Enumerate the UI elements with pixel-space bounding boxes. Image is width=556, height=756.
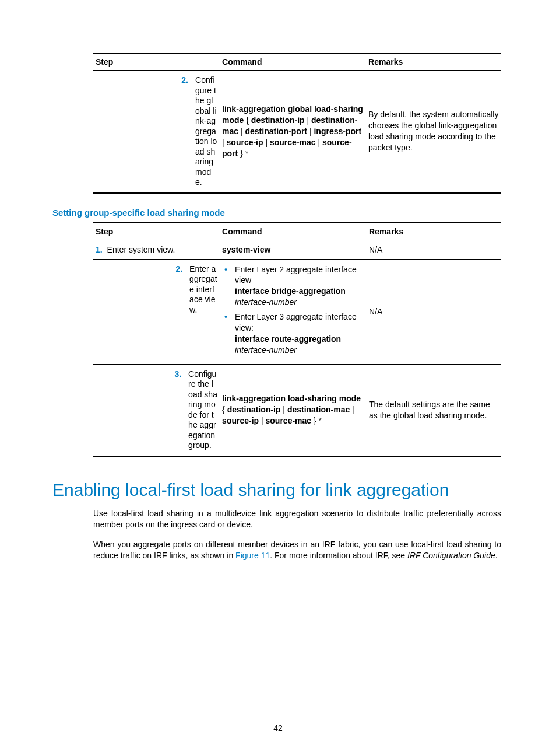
list-item: Enter Layer 3 aggregate interface view: …: [235, 312, 364, 356]
section-heading: Enabling local-first load sharing for li…: [52, 480, 504, 500]
col-header-command: Command: [220, 223, 367, 240]
col-header-remarks: Remarks: [367, 223, 501, 240]
figure-link[interactable]: Figure 11: [235, 551, 270, 560]
step-number: 2.: [181, 75, 188, 85]
table-global-load-sharing: Step Command Remarks 2. Configure the gl…: [93, 52, 501, 194]
table-row: 2. Configure the global link-aggregation…: [93, 71, 501, 193]
table-row: 1. Enter system view. system-view N/A: [93, 240, 501, 259]
step-number: 3.: [174, 369, 181, 379]
page: Step Command Remarks 2. Configure the gl…: [0, 0, 556, 756]
cmd-text: system-view: [222, 245, 270, 254]
page-number: 42: [0, 723, 556, 733]
step-label: Configure the load sharing mode for the …: [188, 369, 217, 451]
table-row: 2. Enter aggregate interface view. Enter…: [93, 259, 501, 364]
table-row: 3. Configure the load sharing mode for t…: [93, 364, 501, 456]
step-number: 1.: [96, 245, 103, 254]
remarks-text: By default, the system automatically cho…: [366, 71, 501, 193]
subheading-group-specific: Setting group-specific load sharing mode: [52, 208, 504, 218]
remarks-text: N/A: [367, 240, 501, 259]
col-header-command: Command: [220, 53, 366, 71]
col-header-step: Step: [93, 53, 220, 71]
step-label: Enter system view.: [107, 245, 175, 254]
step-number: 2.: [175, 264, 182, 274]
bullet-list: Enter Layer 2 aggregate interface view i…: [222, 264, 364, 356]
step-label: Configure the global link-aggregation lo…: [195, 75, 217, 188]
paragraph: Use local-first load sharing in a multid…: [93, 508, 501, 531]
table-group-load-sharing: Step Command Remarks 1. Enter system vie…: [93, 222, 501, 457]
col-header-remarks: Remarks: [366, 53, 501, 71]
col-header-step: Step: [93, 223, 220, 240]
remarks-text: The default settings are the same as the…: [367, 364, 501, 456]
list-item: Enter Layer 2 aggregate interface view i…: [235, 264, 364, 309]
paragraph: When you aggregate ports on different me…: [93, 539, 501, 562]
remarks-text: N/A: [367, 259, 501, 364]
step-label: Enter aggregate interface view.: [189, 264, 217, 316]
